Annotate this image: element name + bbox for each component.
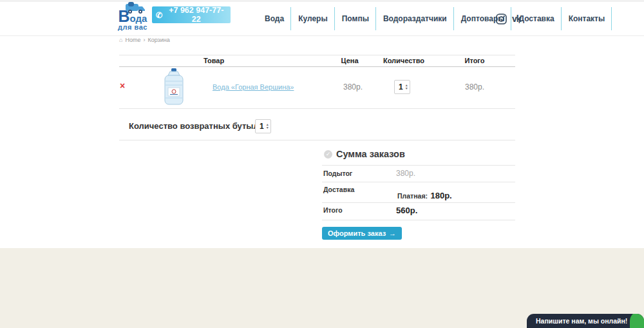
subtotal-label: Подытог — [323, 169, 352, 177]
product-price: 380р. — [343, 82, 363, 92]
vk-icon[interactable]: vk — [512, 14, 521, 24]
delete-item-button[interactable]: × — [120, 81, 125, 90]
col-header-total: Итого — [464, 57, 484, 64]
logo-subtitle: для вас — [113, 23, 153, 31]
social-icons: vk — [496, 2, 521, 35]
divider — [322, 182, 515, 182]
home-icon: ⌂ — [119, 37, 122, 43]
nav-item-6[interactable]: Контакты — [562, 2, 612, 35]
nav-item-3[interactable]: Водораздатчики — [376, 2, 454, 35]
arrow-right-icon: → — [389, 229, 396, 237]
subtotal-value: 380р. — [396, 169, 415, 178]
instagram-icon[interactable] — [496, 14, 507, 24]
divider — [119, 66, 515, 67]
col-header-product: Товар — [204, 57, 224, 64]
chat-widget[interactable]: Напишите нам, мы онлайн! jivosite — [527, 314, 644, 328]
breadcrumb: ⌂ Home › Корзина — [119, 37, 170, 43]
returnable-quantity-value: 1 — [260, 122, 264, 131]
total-label: Итого — [323, 206, 343, 214]
divider — [119, 140, 515, 140]
logo-title: Вода — [113, 12, 153, 23]
nav-item-1[interactable]: Кулеры — [291, 2, 335, 35]
returnable-bottles-label: Количество возвратных бутылей: — [129, 121, 271, 131]
quantity-stepper[interactable]: 1 ▴▾ — [394, 80, 410, 94]
delivery-type: Платная: — [397, 192, 428, 200]
nav-item-0[interactable]: Вода — [258, 2, 291, 35]
summary-title: Сумма заказов — [336, 149, 405, 159]
product-image-bottle[interactable] — [163, 68, 185, 106]
delivery-value: Платная: 180р. — [397, 189, 452, 201]
col-header-qty: Количество — [383, 57, 424, 64]
delivery-price: 180р. — [430, 191, 451, 200]
divider — [322, 220, 515, 220]
col-header-price: Цена — [341, 57, 358, 64]
delivery-label: Доставка — [323, 186, 354, 193]
summary-check-icon: ✓ — [324, 150, 332, 159]
divider — [119, 55, 515, 55]
phone-number: +7 962 947-77-22 — [166, 6, 227, 24]
divider — [119, 108, 515, 109]
stepper-arrows-icon[interactable]: ▴▾ — [406, 84, 408, 90]
breadcrumb-separator: › — [143, 37, 145, 43]
checkout-button[interactable]: Оформить заказ → — [322, 227, 402, 240]
nav: ВодаКулерыПомпыВодораздатчикиДоптоварыДо… — [258, 2, 612, 35]
total-value: 560р. — [396, 206, 417, 215]
product-total: 380р. — [465, 82, 484, 92]
divider — [322, 165, 515, 166]
phone-button[interactable]: ✆ +7 962 947-77-22 — [152, 6, 231, 23]
chat-message: Напишите нам, мы онлайн! — [536, 317, 627, 325]
leaf-icon — [630, 314, 644, 328]
divider — [322, 202, 515, 203]
phone-icon: ✆ — [156, 10, 162, 20]
nav-item-2[interactable]: Помпы — [335, 2, 376, 35]
breadcrumb-home-link[interactable]: Home — [125, 37, 140, 43]
checkout-label: Оформить заказ — [328, 229, 386, 237]
product-link[interactable]: Вода «Горная Вершина» — [213, 83, 294, 91]
stepper-arrows-icon[interactable]: ▴▾ — [267, 123, 269, 130]
quantity-value: 1 — [399, 82, 403, 92]
returnable-bottles-stepper[interactable]: 1 ▴▾ — [255, 119, 271, 133]
logo[interactable]: Вода для вас — [113, 1, 153, 31]
breadcrumb-current: Корзина — [147, 37, 169, 43]
